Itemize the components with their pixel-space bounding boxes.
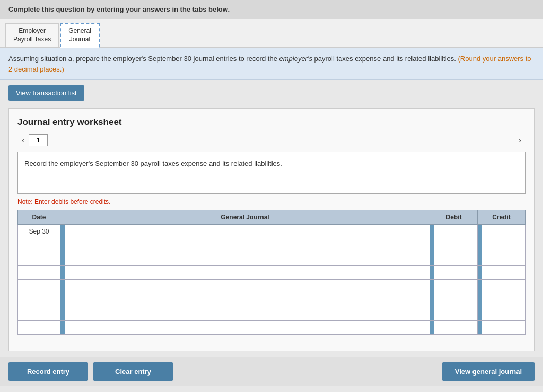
debit-marker bbox=[430, 252, 434, 265]
journal-table: Date General Journal Debit Credit Sep 30 bbox=[17, 210, 526, 335]
credit-marker bbox=[478, 225, 482, 238]
date-cell: Sep 30 bbox=[18, 225, 60, 238]
journal-cell[interactable] bbox=[60, 252, 430, 266]
indent-marker bbox=[60, 266, 65, 279]
credit-marker bbox=[478, 307, 482, 320]
date-cell bbox=[18, 280, 60, 293]
credit-cell[interactable] bbox=[478, 266, 526, 280]
indent-marker bbox=[60, 293, 65, 307]
debit-input[interactable] bbox=[430, 321, 477, 334]
debit-input[interactable] bbox=[430, 307, 477, 320]
date-cell bbox=[18, 293, 60, 307]
table-row bbox=[18, 280, 526, 293]
credit-input[interactable] bbox=[478, 280, 525, 293]
credit-input[interactable] bbox=[478, 225, 525, 238]
credit-marker bbox=[478, 280, 482, 293]
tab-general-journal[interactable]: GeneralJournal bbox=[60, 23, 100, 48]
credit-marker bbox=[478, 266, 482, 279]
col-header-date: Date bbox=[18, 210, 60, 225]
table-row bbox=[18, 266, 526, 280]
page-number-input[interactable] bbox=[29, 134, 48, 146]
journal-input[interactable] bbox=[60, 266, 430, 279]
debit-cell[interactable] bbox=[430, 225, 478, 238]
credit-marker bbox=[478, 252, 482, 265]
prev-page-arrow[interactable]: ‹ bbox=[17, 135, 29, 146]
debit-marker bbox=[430, 293, 434, 307]
debit-input[interactable] bbox=[430, 280, 477, 293]
credit-cell[interactable] bbox=[478, 280, 526, 293]
credit-input[interactable] bbox=[478, 266, 525, 279]
date-cell bbox=[18, 321, 60, 335]
journal-input[interactable] bbox=[60, 225, 430, 238]
journal-input[interactable] bbox=[60, 293, 430, 307]
debit-cell[interactable] bbox=[430, 238, 478, 252]
journal-cell[interactable] bbox=[60, 225, 430, 238]
table-row bbox=[18, 252, 526, 266]
credit-cell[interactable] bbox=[478, 293, 526, 307]
debit-input[interactable] bbox=[430, 266, 477, 279]
table-row bbox=[18, 307, 526, 321]
next-page-arrow[interactable]: › bbox=[514, 135, 526, 146]
record-entry-button[interactable]: Record entry bbox=[8, 362, 88, 381]
debit-cell[interactable] bbox=[430, 280, 478, 293]
instruction-text: Complete this question by entering your … bbox=[8, 5, 230, 13]
debit-cell[interactable] bbox=[430, 252, 478, 266]
indent-marker bbox=[60, 225, 65, 238]
journal-input[interactable] bbox=[60, 307, 430, 320]
info-text-main: Assuming situation a, prepare the employ… bbox=[8, 55, 458, 63]
credit-input[interactable] bbox=[478, 293, 525, 307]
debit-marker bbox=[430, 238, 434, 252]
credit-input[interactable] bbox=[478, 321, 525, 334]
journal-input[interactable] bbox=[60, 238, 430, 252]
credit-input[interactable] bbox=[478, 238, 525, 252]
tabs-row: EmployerPayroll Taxes GeneralJournal bbox=[0, 19, 543, 48]
journal-input[interactable] bbox=[60, 321, 430, 334]
debit-cell[interactable] bbox=[430, 266, 478, 280]
credit-cell[interactable] bbox=[478, 225, 526, 238]
journal-cell[interactable] bbox=[60, 238, 430, 252]
nav-row: ‹ › bbox=[17, 134, 526, 146]
journal-cell[interactable] bbox=[60, 293, 430, 307]
col-header-debit: Debit bbox=[430, 210, 478, 225]
view-transaction-bar: View transaction list bbox=[0, 80, 543, 106]
journal-input[interactable] bbox=[60, 252, 430, 265]
col-header-credit: Credit bbox=[478, 210, 526, 225]
journal-cell[interactable] bbox=[60, 280, 430, 293]
description-text: Record the employer's September 30 payro… bbox=[24, 159, 282, 167]
credit-cell[interactable] bbox=[478, 321, 526, 335]
credit-marker bbox=[478, 238, 482, 252]
button-spacer bbox=[178, 362, 437, 381]
journal-cell[interactable] bbox=[60, 307, 430, 321]
journal-input[interactable] bbox=[60, 280, 430, 293]
view-general-journal-button[interactable]: View general journal bbox=[442, 362, 535, 381]
debit-cell[interactable] bbox=[430, 293, 478, 307]
date-cell bbox=[18, 238, 60, 252]
credit-cell[interactable] bbox=[478, 252, 526, 266]
info-paragraph: Assuming situation a, prepare the employ… bbox=[0, 48, 543, 80]
debit-input[interactable] bbox=[430, 293, 477, 307]
debit-input[interactable] bbox=[430, 252, 477, 265]
table-row bbox=[18, 238, 526, 252]
credit-marker bbox=[478, 293, 482, 307]
instruction-bar: Complete this question by entering your … bbox=[0, 0, 543, 19]
journal-cell[interactable] bbox=[60, 266, 430, 280]
credit-marker bbox=[478, 321, 482, 334]
debit-input[interactable] bbox=[430, 238, 477, 252]
debit-cell[interactable] bbox=[430, 321, 478, 335]
table-row: Sep 30 bbox=[18, 225, 526, 238]
view-transaction-button[interactable]: View transaction list bbox=[8, 85, 84, 101]
debit-marker bbox=[430, 321, 434, 334]
journal-cell[interactable] bbox=[60, 321, 430, 335]
credit-input[interactable] bbox=[478, 307, 525, 320]
tab-employer-payroll-taxes[interactable]: EmployerPayroll Taxes bbox=[5, 23, 59, 47]
date-cell bbox=[18, 266, 60, 280]
credit-cell[interactable] bbox=[478, 307, 526, 321]
clear-entry-button[interactable]: Clear entry bbox=[93, 362, 173, 381]
debit-cell[interactable] bbox=[430, 307, 478, 321]
debit-input[interactable] bbox=[430, 225, 477, 238]
bottom-buttons: Record entry Clear entry View general jo… bbox=[0, 357, 543, 386]
note-text: Note: Enter debits before credits. bbox=[17, 198, 526, 206]
credit-cell[interactable] bbox=[478, 238, 526, 252]
indent-marker bbox=[60, 252, 65, 265]
credit-input[interactable] bbox=[478, 252, 525, 265]
